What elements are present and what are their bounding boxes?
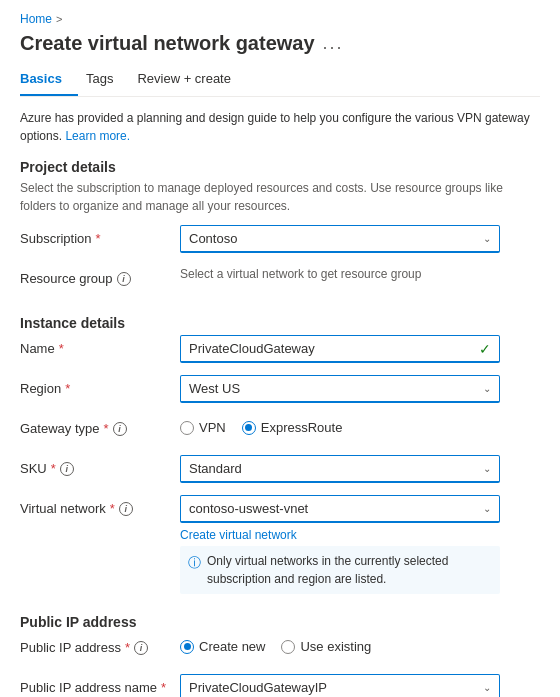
radio-dot-expressroute xyxy=(245,424,252,431)
name-control: PrivateCloudGateway ✓ xyxy=(180,335,540,363)
subscription-required: * xyxy=(96,231,101,246)
gateway-type-vpn[interactable]: VPN xyxy=(180,420,226,435)
radio-circle-expressroute xyxy=(242,421,256,435)
instance-details-header: Instance details xyxy=(20,315,540,331)
public-ip-header: Public IP address xyxy=(20,614,540,630)
region-dropdown[interactable]: West US ⌄ xyxy=(180,375,500,403)
name-value: PrivateCloudGateway xyxy=(189,341,315,356)
chevron-down-icon: ⌄ xyxy=(483,682,491,693)
name-input[interactable]: PrivateCloudGateway ✓ xyxy=(180,335,500,363)
resource-group-control: Select a virtual network to get resource… xyxy=(180,265,540,281)
chevron-down-icon: ⌄ xyxy=(483,233,491,244)
gateway-type-radio-group: VPN ExpressRoute xyxy=(180,415,540,435)
radio-label-vpn: VPN xyxy=(199,420,226,435)
virtual-network-control: contoso-uswest-vnet ⌄ Create virtual net… xyxy=(180,495,540,594)
create-vnet-link[interactable]: Create virtual network xyxy=(180,528,297,542)
public-ip-use-existing[interactable]: Use existing xyxy=(281,639,371,654)
info-circle-icon: ⓘ xyxy=(188,553,201,573)
public-ip-name-label: Public IP address name * xyxy=(20,674,180,695)
sku-value: Standard xyxy=(189,461,469,476)
sku-label: SKU * i xyxy=(20,455,180,476)
public-ip-name-value: PrivateCloudGatewayIP xyxy=(189,680,469,695)
region-label: Region * xyxy=(20,375,180,396)
resource-group-label: Resource group i xyxy=(20,265,180,286)
radio-label-use-existing: Use existing xyxy=(300,639,371,654)
gateway-type-expressroute[interactable]: ExpressRoute xyxy=(242,420,343,435)
sku-row: SKU * i Standard ⌄ xyxy=(20,455,540,485)
public-ip-control: Create new Use existing xyxy=(180,634,540,654)
gateway-type-label: Gateway type * i xyxy=(20,415,180,436)
tab-tags[interactable]: Tags xyxy=(86,65,129,96)
public-ip-row: Public IP address * i Create new Use exi… xyxy=(20,634,540,664)
vnet-info-icon[interactable]: i xyxy=(119,502,133,516)
info-banner: Azure has provided a planning and design… xyxy=(20,109,540,145)
public-ip-name-required: * xyxy=(161,680,166,695)
tab-bar: Basics Tags Review + create xyxy=(20,65,540,97)
resource-group-row: Resource group i Select a virtual networ… xyxy=(20,265,540,295)
sku-info-icon[interactable]: i xyxy=(60,462,74,476)
breadcrumb-separator: > xyxy=(56,13,62,25)
region-value: West US xyxy=(189,381,469,396)
name-required: * xyxy=(59,341,64,356)
radio-label-create-new: Create new xyxy=(199,639,265,654)
gateway-type-control: VPN ExpressRoute xyxy=(180,415,540,435)
vnet-info-note: ⓘ Only virtual networks in the currently… xyxy=(180,546,500,594)
subscription-control: Contoso ⌄ xyxy=(180,225,540,253)
project-details-desc: Select the subscription to manage deploy… xyxy=(20,179,540,215)
vnet-required: * xyxy=(110,501,115,516)
subscription-dropdown[interactable]: Contoso ⌄ xyxy=(180,225,500,253)
virtual-network-dropdown[interactable]: contoso-uswest-vnet ⌄ xyxy=(180,495,500,523)
public-ip-name-row: Public IP address name * PrivateCloudGat… xyxy=(20,674,540,697)
public-ip-create-new[interactable]: Create new xyxy=(180,639,265,654)
checkmark-icon: ✓ xyxy=(479,341,491,357)
chevron-down-icon: ⌄ xyxy=(483,503,491,514)
radio-dot-create-new xyxy=(184,643,191,650)
gateway-type-info-icon[interactable]: i xyxy=(113,422,127,436)
virtual-network-row: Virtual network * i contoso-uswest-vnet … xyxy=(20,495,540,594)
region-required: * xyxy=(65,381,70,396)
page-title: Create virtual network gateway ... xyxy=(20,32,540,55)
page-title-ellipsis[interactable]: ... xyxy=(323,33,344,54)
public-ip-name-dropdown[interactable]: PrivateCloudGatewayIP ⌄ xyxy=(180,674,500,697)
sku-dropdown[interactable]: Standard ⌄ xyxy=(180,455,500,483)
vnet-info-note-text: Only virtual networks in the currently s… xyxy=(207,552,492,588)
gateway-type-row: Gateway type * i VPN ExpressRoute xyxy=(20,415,540,445)
resource-group-info-icon[interactable]: i xyxy=(117,272,131,286)
tab-review-create[interactable]: Review + create xyxy=(137,65,247,96)
radio-label-expressroute: ExpressRoute xyxy=(261,420,343,435)
name-label: Name * xyxy=(20,335,180,356)
region-row: Region * West US ⌄ xyxy=(20,375,540,405)
learn-more-link[interactable]: Learn more. xyxy=(65,129,130,143)
sku-required: * xyxy=(51,461,56,476)
radio-circle-create-new xyxy=(180,640,194,654)
breadcrumb-home[interactable]: Home xyxy=(20,12,52,26)
chevron-down-icon: ⌄ xyxy=(483,463,491,474)
public-ip-radio-group: Create new Use existing xyxy=(180,634,540,654)
subscription-value: Contoso xyxy=(189,231,469,246)
region-control: West US ⌄ xyxy=(180,375,540,403)
radio-circle-vpn xyxy=(180,421,194,435)
public-ip-label: Public IP address * i xyxy=(20,634,180,655)
virtual-network-label: Virtual network * i xyxy=(20,495,180,516)
resource-group-helper: Select a virtual network to get resource… xyxy=(180,267,540,281)
subscription-label: Subscription * xyxy=(20,225,180,246)
public-ip-info-icon[interactable]: i xyxy=(134,641,148,655)
breadcrumb: Home > xyxy=(20,12,540,26)
project-details-header: Project details xyxy=(20,159,540,175)
public-ip-name-control: PrivateCloudGatewayIP ⌄ xyxy=(180,674,540,697)
public-ip-required: * xyxy=(125,640,130,655)
tab-basics[interactable]: Basics xyxy=(20,65,78,96)
name-row: Name * PrivateCloudGateway ✓ xyxy=(20,335,540,365)
gateway-type-required: * xyxy=(104,421,109,436)
virtual-network-value: contoso-uswest-vnet xyxy=(189,501,469,516)
subscription-row: Subscription * Contoso ⌄ xyxy=(20,225,540,255)
sku-control: Standard ⌄ xyxy=(180,455,540,483)
chevron-down-icon: ⌄ xyxy=(483,383,491,394)
radio-circle-use-existing xyxy=(281,640,295,654)
